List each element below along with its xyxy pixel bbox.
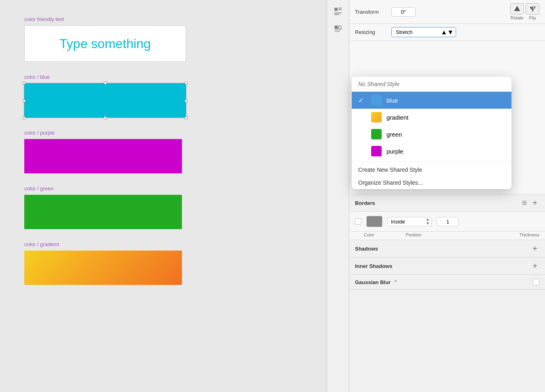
gradient-rect-label: color / gradient — [24, 241, 302, 247]
dropdown-header: No Shared Style — [352, 77, 511, 92]
border-position-select[interactable]: Inside Center Outside — [387, 217, 432, 226]
sidebar-strip — [327, 0, 349, 392]
svg-rect-5 — [335, 26, 338, 29]
svg-rect-2 — [338, 9, 342, 10]
border-thickness-input[interactable] — [437, 217, 459, 226]
purple-rect-group: color / purple — [24, 130, 302, 173]
svg-rect-3 — [334, 13, 342, 13]
text-element-content: Type something — [59, 36, 151, 51]
dropdown-item-gradient[interactable]: gradient — [352, 109, 511, 126]
checkmark-blue: ✓ — [358, 97, 366, 104]
shared-style-dropdown[interactable]: No Shared Style ✓ blue gradient green — [352, 77, 511, 189]
borders-title: Borders — [355, 200, 520, 206]
borders-col-labels: Color Position Thickness — [349, 232, 545, 240]
canvas-area: color friendly text Type something color… — [0, 0, 327, 392]
swatch-gradient — [371, 112, 382, 122]
svg-rect-8 — [335, 30, 341, 30]
transform-input[interactable] — [391, 7, 416, 17]
rotate-col: Rotate — [510, 3, 524, 20]
transform-value-col — [391, 7, 416, 17]
svg-marker-13 — [532, 7, 535, 11]
color-col-label: Color — [355, 232, 383, 237]
flip-label: Flip — [529, 15, 536, 20]
border-checkbox[interactable] — [355, 218, 361, 225]
gaussian-blur-row: Gaussian Blur ⌃ — [349, 275, 545, 290]
text-element-box[interactable]: Type something — [24, 25, 186, 62]
shadows-title: Shadows — [355, 246, 530, 252]
purple-rect[interactable] — [24, 139, 182, 173]
resizing-select-wrapper: Stretch Pin to Corner Resize Object Floa… — [391, 27, 456, 37]
inner-shadows-title: Inner Shadows — [355, 263, 530, 269]
gaussian-blur-checkbox[interactable] — [533, 279, 539, 285]
inspector-panel: Transform Rotate — [349, 0, 545, 392]
svg-rect-14 — [522, 202, 527, 203]
borders-controls-row: Inside Center Outside ▲▼ — [349, 212, 545, 232]
create-shared-style-action[interactable]: Create New Shared Style — [352, 163, 511, 176]
dropdown-item-purple[interactable]: purple — [352, 143, 511, 160]
handle-tm[interactable] — [104, 82, 107, 84]
organize-shared-styles-action[interactable]: Organize Shared Styles... — [352, 176, 511, 189]
sidebar-icon-inspector[interactable] — [331, 4, 345, 19]
dropdown-divider — [352, 161, 511, 162]
svg-rect-9 — [335, 31, 340, 32]
blue-rect[interactable] — [24, 83, 186, 118]
dropdown-item-green[interactable]: green — [352, 126, 511, 143]
gradient-rect-group: color / gradient — [24, 241, 302, 285]
flip-col: Flip — [526, 3, 539, 20]
svg-rect-7 — [338, 26, 341, 29]
svg-rect-16 — [522, 204, 526, 205]
right-area: Transform Rotate — [327, 0, 545, 392]
swatch-green — [371, 129, 382, 139]
rotate-label: Rotate — [511, 15, 524, 20]
purple-rect-label: color / purple — [24, 130, 302, 136]
swatch-blue — [371, 95, 382, 105]
handle-ml[interactable] — [23, 99, 25, 102]
shadows-add-button[interactable]: + — [530, 244, 539, 253]
borders-section-header: Borders + — [349, 194, 545, 212]
handle-br[interactable] — [185, 116, 188, 119]
handle-bm[interactable] — [104, 116, 107, 119]
borders-delete-button[interactable] — [520, 198, 529, 207]
flip-button[interactable] — [526, 3, 539, 15]
sidebar-icon-layers[interactable] — [331, 22, 345, 36]
gaussian-blur-title: Gaussian Blur ⌃ — [355, 279, 533, 285]
resizing-select[interactable]: Stretch Pin to Corner Resize Object Floa… — [391, 27, 456, 37]
position-col-label: Position — [387, 232, 440, 237]
green-rect-label: color / green — [24, 185, 302, 192]
item-label-green: green — [387, 131, 402, 138]
green-rect[interactable] — [24, 195, 182, 229]
handle-tl[interactable] — [23, 82, 25, 84]
blue-rect-label: color / blue — [24, 74, 302, 80]
svg-rect-1 — [338, 8, 342, 8]
dropdown-item-blue[interactable]: ✓ blue — [352, 92, 511, 109]
inner-shadows-section-header: Inner Shadows + — [349, 257, 545, 275]
item-label-blue: blue — [387, 97, 398, 104]
svg-rect-0 — [334, 8, 338, 11]
blue-rect-group: color / blue — [24, 74, 302, 118]
green-rect-group: color / green — [24, 185, 302, 229]
gaussian-blur-stepper-icon[interactable]: ⌃ — [394, 280, 397, 285]
svg-rect-4 — [334, 14, 339, 15]
borders-add-button[interactable]: + — [530, 198, 539, 207]
flip-rotate-group: Rotate Flip — [510, 3, 539, 20]
handle-tr[interactable] — [185, 82, 188, 84]
resizing-row: Resizing Stretch Pin to Corner Resize Ob… — [349, 24, 545, 41]
inner-shadows-add-button[interactable]: + — [530, 261, 539, 270]
border-position-wrap: Inside Center Outside ▲▼ — [387, 217, 432, 226]
handle-bl[interactable] — [23, 116, 25, 119]
border-color-picker[interactable] — [366, 216, 382, 227]
shadows-section-header: Shadows + — [349, 240, 545, 257]
handle-mr[interactable] — [185, 99, 188, 102]
swatch-purple — [371, 146, 382, 156]
rotate-button[interactable] — [510, 3, 524, 15]
resizing-label: Resizing — [355, 29, 387, 35]
item-label-purple: purple — [387, 148, 403, 155]
svg-marker-10 — [514, 6, 520, 11]
gradient-rect[interactable] — [24, 251, 182, 285]
item-label-gradient: gradient — [387, 114, 408, 121]
svg-marker-12 — [530, 7, 532, 11]
thickness-col-label: Thickness — [440, 232, 539, 237]
transform-label: Transform — [355, 9, 387, 15]
text-element-group: color friendly text Type something — [24, 16, 302, 62]
transform-row: Transform Rotate — [349, 0, 545, 24]
